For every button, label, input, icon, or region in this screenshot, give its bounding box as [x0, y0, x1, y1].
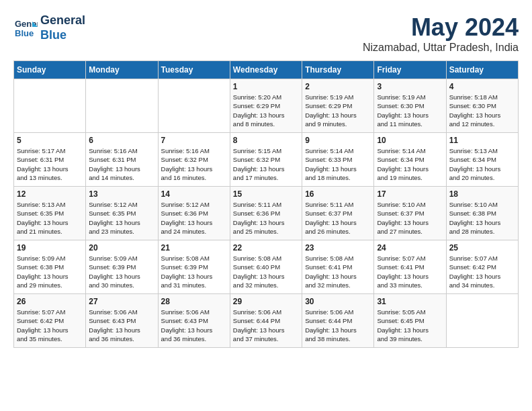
day-number: 28	[161, 297, 227, 306]
calendar-cell	[446, 294, 518, 348]
day-info: Sunrise: 5:18 AM Sunset: 6:30 PM Dayligh…	[449, 93, 515, 128]
day-info: Sunrise: 5:07 AM Sunset: 6:42 PM Dayligh…	[449, 254, 515, 289]
day-number: 20	[89, 243, 154, 253]
col-header-sunday: Sunday	[14, 61, 86, 79]
day-number: 21	[161, 243, 227, 253]
logo: General Blue General Blue	[13, 13, 85, 42]
day-info: Sunrise: 5:08 AM Sunset: 6:39 PM Dayligh…	[161, 254, 227, 289]
day-number: 2	[305, 82, 371, 91]
calendar-cell: 6Sunrise: 5:16 AM Sunset: 6:31 PM Daylig…	[86, 133, 158, 187]
col-header-thursday: Thursday	[302, 61, 374, 79]
calendar-week-row: 5Sunrise: 5:17 AM Sunset: 6:31 PM Daylig…	[14, 133, 519, 187]
calendar-cell: 16Sunrise: 5:11 AM Sunset: 6:37 PM Dayli…	[302, 187, 374, 240]
day-number: 9	[305, 136, 371, 145]
col-header-tuesday: Tuesday	[158, 61, 230, 79]
calendar-cell: 2Sunrise: 5:19 AM Sunset: 6:29 PM Daylig…	[302, 79, 374, 133]
calendar-week-row: 19Sunrise: 5:09 AM Sunset: 6:38 PM Dayli…	[14, 240, 519, 294]
day-number: 13	[89, 189, 154, 199]
calendar-week-row: 1Sunrise: 5:20 AM Sunset: 6:29 PM Daylig…	[14, 79, 519, 133]
day-number: 18	[449, 189, 515, 199]
day-info: Sunrise: 5:06 AM Sunset: 6:44 PM Dayligh…	[233, 308, 299, 343]
day-number: 23	[305, 243, 371, 253]
day-number: 24	[377, 243, 443, 253]
day-info: Sunrise: 5:10 AM Sunset: 6:38 PM Dayligh…	[449, 200, 515, 236]
day-info: Sunrise: 5:13 AM Sunset: 6:35 PM Dayligh…	[17, 200, 83, 236]
calendar-cell	[14, 79, 86, 133]
day-number: 12	[17, 189, 83, 199]
calendar-cell: 7Sunrise: 5:16 AM Sunset: 6:32 PM Daylig…	[158, 133, 230, 187]
day-info: Sunrise: 5:08 AM Sunset: 6:40 PM Dayligh…	[233, 254, 299, 289]
day-info: Sunrise: 5:19 AM Sunset: 6:30 PM Dayligh…	[377, 93, 443, 128]
day-number: 7	[161, 136, 227, 145]
calendar-cell: 10Sunrise: 5:14 AM Sunset: 6:34 PM Dayli…	[374, 133, 446, 187]
calendar-cell	[158, 79, 230, 133]
calendar-table: SundayMondayTuesdayWednesdayThursdayFrid…	[13, 60, 519, 348]
calendar-cell: 30Sunrise: 5:06 AM Sunset: 6:44 PM Dayli…	[302, 294, 374, 348]
calendar-cell: 15Sunrise: 5:11 AM Sunset: 6:36 PM Dayli…	[230, 187, 302, 240]
calendar-cell: 4Sunrise: 5:18 AM Sunset: 6:30 PM Daylig…	[446, 79, 518, 133]
day-number: 10	[377, 136, 443, 145]
calendar-cell: 18Sunrise: 5:10 AM Sunset: 6:38 PM Dayli…	[446, 187, 518, 240]
day-number: 26	[17, 297, 83, 306]
col-header-monday: Monday	[86, 61, 158, 79]
calendar-cell: 20Sunrise: 5:09 AM Sunset: 6:39 PM Dayli…	[86, 240, 158, 294]
calendar-cell: 9Sunrise: 5:14 AM Sunset: 6:33 PM Daylig…	[302, 133, 374, 187]
day-number: 19	[17, 243, 83, 253]
col-header-friday: Friday	[374, 61, 446, 79]
svg-text:Blue: Blue	[15, 28, 34, 38]
day-info: Sunrise: 5:09 AM Sunset: 6:38 PM Dayligh…	[17, 254, 83, 289]
calendar-cell: 26Sunrise: 5:07 AM Sunset: 6:42 PM Dayli…	[14, 294, 86, 348]
day-number: 16	[305, 189, 371, 199]
calendar-cell: 17Sunrise: 5:10 AM Sunset: 6:37 PM Dayli…	[374, 187, 446, 240]
day-info: Sunrise: 5:12 AM Sunset: 6:36 PM Dayligh…	[161, 200, 227, 236]
calendar-cell: 13Sunrise: 5:12 AM Sunset: 6:35 PM Dayli…	[86, 187, 158, 240]
day-number: 8	[233, 136, 299, 145]
calendar-cell: 31Sunrise: 5:05 AM Sunset: 6:45 PM Dayli…	[374, 294, 446, 348]
day-number: 29	[233, 297, 299, 306]
calendar-cell: 12Sunrise: 5:13 AM Sunset: 6:35 PM Dayli…	[14, 187, 86, 240]
day-number: 25	[449, 243, 515, 253]
calendar-week-row: 12Sunrise: 5:13 AM Sunset: 6:35 PM Dayli…	[14, 187, 519, 240]
day-number: 3	[377, 82, 443, 91]
calendar-cell: 21Sunrise: 5:08 AM Sunset: 6:39 PM Dayli…	[158, 240, 230, 294]
calendar-cell: 27Sunrise: 5:06 AM Sunset: 6:43 PM Dayli…	[86, 294, 158, 348]
day-number: 31	[377, 297, 443, 306]
calendar-header-row: SundayMondayTuesdayWednesdayThursdayFrid…	[14, 61, 519, 79]
title-block: May 2024 Nizamabad, Uttar Pradesh, India	[363, 13, 519, 54]
day-info: Sunrise: 5:17 AM Sunset: 6:31 PM Dayligh…	[17, 146, 83, 182]
calendar-cell: 5Sunrise: 5:17 AM Sunset: 6:31 PM Daylig…	[14, 133, 86, 187]
day-info: Sunrise: 5:16 AM Sunset: 6:32 PM Dayligh…	[161, 146, 227, 182]
day-info: Sunrise: 5:16 AM Sunset: 6:31 PM Dayligh…	[89, 146, 154, 182]
calendar-cell: 14Sunrise: 5:12 AM Sunset: 6:36 PM Dayli…	[158, 187, 230, 240]
day-info: Sunrise: 5:20 AM Sunset: 6:29 PM Dayligh…	[233, 93, 299, 128]
day-number: 17	[377, 189, 443, 199]
calendar-cell: 1Sunrise: 5:20 AM Sunset: 6:29 PM Daylig…	[230, 79, 302, 133]
day-number: 11	[449, 136, 515, 145]
day-info: Sunrise: 5:08 AM Sunset: 6:41 PM Dayligh…	[305, 254, 371, 289]
day-number: 6	[89, 136, 154, 145]
day-info: Sunrise: 5:06 AM Sunset: 6:44 PM Dayligh…	[305, 308, 371, 343]
col-header-wednesday: Wednesday	[230, 61, 302, 79]
calendar-cell: 25Sunrise: 5:07 AM Sunset: 6:42 PM Dayli…	[446, 240, 518, 294]
day-number: 22	[233, 243, 299, 253]
logo-text-line2: Blue	[40, 28, 85, 43]
calendar-week-row: 26Sunrise: 5:07 AM Sunset: 6:42 PM Dayli…	[14, 294, 519, 348]
calendar-cell: 11Sunrise: 5:13 AM Sunset: 6:34 PM Dayli…	[446, 133, 518, 187]
day-number: 4	[449, 82, 515, 91]
calendar-cell	[86, 79, 158, 133]
calendar-cell: 3Sunrise: 5:19 AM Sunset: 6:30 PM Daylig…	[374, 79, 446, 133]
day-number: 14	[161, 189, 227, 199]
day-info: Sunrise: 5:14 AM Sunset: 6:34 PM Dayligh…	[377, 146, 443, 182]
col-header-saturday: Saturday	[446, 61, 518, 79]
logo-text-line1: General	[40, 13, 85, 28]
day-info: Sunrise: 5:09 AM Sunset: 6:39 PM Dayligh…	[89, 254, 154, 289]
calendar-cell: 22Sunrise: 5:08 AM Sunset: 6:40 PM Dayli…	[230, 240, 302, 294]
day-info: Sunrise: 5:15 AM Sunset: 6:32 PM Dayligh…	[233, 146, 299, 182]
day-info: Sunrise: 5:14 AM Sunset: 6:33 PM Dayligh…	[305, 146, 371, 182]
calendar-cell: 24Sunrise: 5:07 AM Sunset: 6:41 PM Dayli…	[374, 240, 446, 294]
day-number: 1	[233, 82, 299, 91]
logo-icon: General Blue	[13, 16, 38, 40]
calendar-cell: 19Sunrise: 5:09 AM Sunset: 6:38 PM Dayli…	[14, 240, 86, 294]
day-info: Sunrise: 5:06 AM Sunset: 6:43 PM Dayligh…	[161, 308, 227, 343]
day-info: Sunrise: 5:13 AM Sunset: 6:34 PM Dayligh…	[449, 146, 515, 182]
